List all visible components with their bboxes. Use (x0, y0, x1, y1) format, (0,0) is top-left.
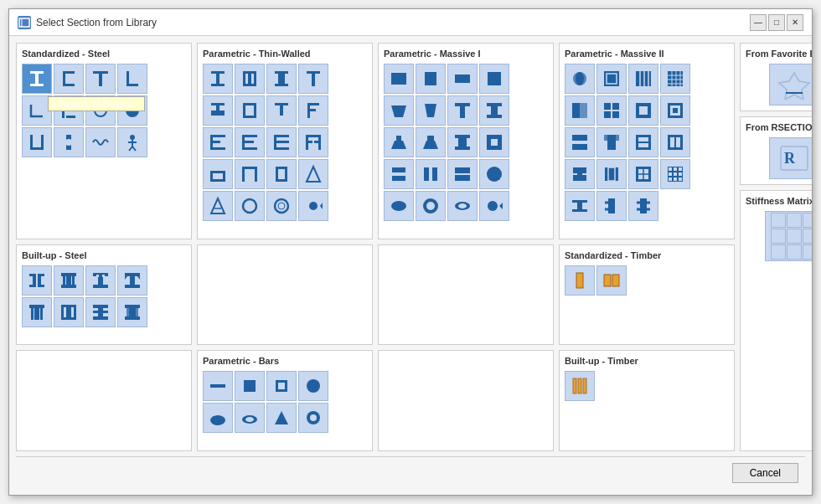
tw-icon-19[interactable] (266, 191, 297, 221)
bar-icon-6[interactable] (235, 403, 265, 433)
mii-icon-19[interactable] (628, 191, 658, 221)
tw-icon-11[interactable] (266, 127, 297, 157)
mii-icon-11[interactable] (628, 127, 658, 157)
tw-icon-15[interactable] (266, 159, 297, 189)
bus-icon-6[interactable] (54, 297, 84, 327)
mii-icon-3[interactable] (628, 64, 658, 94)
bar-icon-5[interactable] (203, 403, 233, 433)
tw-icon-2[interactable] (235, 64, 265, 94)
tw-icon-3[interactable] (266, 64, 297, 94)
section-icon-c-beam[interactable] (54, 64, 84, 94)
bus-icon-4[interactable] (117, 265, 147, 296)
section-icon-person[interactable] (117, 127, 147, 157)
bar-icon-1[interactable] (203, 371, 233, 401)
section-icon-l-beam[interactable] (117, 64, 147, 94)
bus-icon-1[interactable] (22, 265, 52, 296)
mii-icon-6[interactable] (596, 95, 627, 126)
mi-icon-12[interactable] (479, 127, 509, 157)
mi-icon-1[interactable] (384, 64, 414, 94)
mi-icon-2[interactable] (416, 64, 446, 94)
bus-icon-8[interactable] (117, 297, 147, 327)
mi-icon-10[interactable] (416, 127, 446, 157)
tw-icon-20[interactable] (298, 191, 328, 221)
tw-icon-8[interactable] (298, 95, 328, 126)
mii-icon-17[interactable] (565, 191, 595, 221)
mi-icon-7[interactable] (447, 95, 478, 126)
mi-icon-3[interactable] (447, 64, 478, 94)
rsection-icon[interactable]: R (769, 137, 812, 179)
bus-icon-3[interactable] (85, 265, 116, 296)
svg-rect-45 (211, 113, 225, 116)
tw-icon-4[interactable] (298, 64, 328, 94)
tw-icon-7[interactable] (266, 95, 297, 126)
section-icon-circle[interactable] (85, 95, 116, 126)
bar-icon-4[interactable] (298, 371, 328, 401)
tw-icon-6[interactable] (235, 95, 265, 126)
but-icon-1[interactable] (565, 371, 595, 401)
section-icon-i-beam[interactable]: I-Beams, H-Beams... (22, 64, 52, 94)
tw-icon-9[interactable] (203, 127, 233, 157)
mii-icon-2[interactable] (596, 64, 627, 94)
bar-icon-3[interactable] (266, 371, 297, 401)
section-icon-angle[interactable] (22, 95, 52, 126)
mi-icon-14[interactable] (416, 159, 446, 189)
mii-icon-14[interactable] (596, 159, 627, 189)
section-icon-z-beam[interactable] (54, 95, 84, 126)
mi-icon-20[interactable] (479, 191, 509, 221)
mi-icon-18[interactable] (416, 191, 446, 221)
mi-icon-17[interactable] (384, 191, 414, 221)
tw-icon-16[interactable] (298, 159, 328, 189)
tw-icon-10[interactable] (235, 127, 265, 157)
mii-icon-4[interactable] (660, 64, 690, 94)
mii-icon-13[interactable] (565, 159, 595, 189)
mii-icon-1[interactable] (565, 64, 595, 94)
mii-icon-10[interactable] (596, 127, 627, 157)
mii-icon-9[interactable] (565, 127, 595, 157)
mi-icon-15[interactable] (447, 159, 478, 189)
section-icon-ipe[interactable] (54, 127, 84, 157)
mii-icon-16[interactable] (660, 159, 690, 189)
mi-icon-5[interactable] (384, 95, 414, 126)
tw-icon-1[interactable] (203, 64, 233, 94)
mii-icon-8[interactable] (660, 95, 690, 126)
close-button[interactable]: ✕ (787, 14, 803, 31)
tw-icon-18[interactable] (235, 191, 265, 221)
mi-icon-4[interactable] (479, 64, 509, 94)
timber-icon-1[interactable] (565, 265, 595, 296)
stiffness-icon[interactable] (765, 211, 812, 261)
timber-icon-2[interactable] (596, 265, 627, 296)
tw-icon-17[interactable] (203, 191, 233, 221)
svg-rect-42 (211, 111, 225, 113)
mi-icon-6[interactable] (416, 95, 446, 126)
tw-icon-12[interactable] (298, 127, 328, 157)
section-icon-solid-circle[interactable] (117, 95, 147, 126)
bus-icon-2[interactable] (54, 265, 84, 296)
mii-icon-12[interactable] (660, 127, 690, 157)
bus-icon-5[interactable] (22, 297, 52, 327)
favorite-icon[interactable] (769, 64, 812, 105)
mi-icon-8[interactable] (479, 95, 509, 126)
minimize-button[interactable]: — (750, 14, 767, 31)
bar-icon-7[interactable] (266, 403, 297, 433)
cancel-button[interactable]: Cancel (732, 463, 798, 483)
mii-icon-7[interactable] (628, 95, 658, 126)
bus-icon-7[interactable] (85, 297, 116, 327)
mi-icon-9[interactable] (384, 127, 414, 157)
section-icon-u-beam[interactable] (22, 127, 52, 157)
mii-icon-18[interactable] (596, 191, 627, 221)
tw-icon-5[interactable] (203, 95, 233, 126)
tw-icon-13[interactable] (203, 159, 233, 189)
mi-icon-11[interactable] (447, 127, 478, 157)
svg-point-22 (130, 135, 135, 140)
mii-icon-5[interactable] (565, 95, 595, 126)
bar-icon-2[interactable] (235, 371, 265, 401)
mi-icon-16[interactable] (479, 159, 509, 189)
section-icon-wave[interactable] (85, 127, 116, 157)
mi-icon-13[interactable] (384, 159, 414, 189)
mi-icon-19[interactable] (447, 191, 478, 221)
mii-icon-15[interactable] (628, 159, 658, 189)
bar-icon-8[interactable] (298, 403, 328, 433)
maximize-button[interactable]: □ (768, 14, 785, 31)
tw-icon-14[interactable] (235, 159, 265, 189)
section-icon-t-beam[interactable] (85, 64, 116, 94)
